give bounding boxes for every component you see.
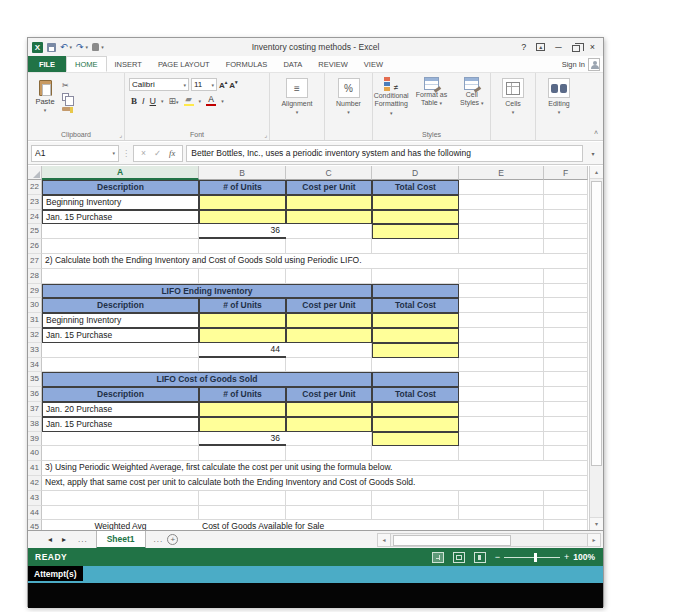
tab-page-layout[interactable]: PAGE LAYOUT <box>150 56 218 72</box>
cell-D38[interactable] <box>372 417 459 432</box>
row-header-22[interactable]: 22 <box>28 180 42 195</box>
cell-E38[interactable] <box>459 417 544 432</box>
tab-home[interactable]: HOME <box>66 56 107 72</box>
cell-B23[interactable] <box>199 195 286 210</box>
row-header-27[interactable]: 27 <box>28 254 42 269</box>
cell-A23[interactable]: Beginning Inventory <box>42 195 199 210</box>
underline-dropdown-icon[interactable]: ▾ <box>161 98 164 104</box>
cell-A30[interactable]: Description <box>42 298 199 313</box>
cell-A32[interactable]: Jan. 15 Purchase <box>42 328 199 343</box>
row-header-31[interactable]: 31 <box>28 313 42 328</box>
cells-button[interactable] <box>502 78 524 98</box>
borders-button[interactable]: ⊞▾ <box>169 96 179 106</box>
cell-E44[interactable] <box>459 506 544 521</box>
cancel-icon[interactable]: × <box>141 148 146 158</box>
cell-C22[interactable]: Cost per Unit <box>286 180 372 195</box>
cell-B28[interactable] <box>199 269 286 284</box>
cell-C36[interactable]: Cost per Unit <box>286 387 372 402</box>
cell-A45[interactable]: Weighted Avg <box>42 520 199 530</box>
cell-B36[interactable]: # of Units <box>199 387 286 402</box>
cell-C25[interactable] <box>286 224 372 239</box>
zoom-level[interactable]: 100% <box>573 552 595 562</box>
row-header-37[interactable]: 37 <box>28 402 42 417</box>
vertical-scroll-thumb[interactable] <box>591 181 602 466</box>
cell-C23[interactable] <box>286 195 372 210</box>
cell-A28[interactable] <box>42 269 199 284</box>
row-header-43[interactable]: 43 <box>28 491 42 506</box>
cell-A40[interactable] <box>42 446 199 461</box>
cell-F22[interactable] <box>544 180 588 195</box>
column-header-B[interactable]: B <box>199 166 286 180</box>
column-header-A[interactable]: A <box>42 166 199 180</box>
cell-C33[interactable] <box>286 343 372 358</box>
name-box-dropdown-icon[interactable]: ▾ <box>112 150 115 156</box>
cell-B43[interactable] <box>199 491 286 506</box>
cell-F25[interactable] <box>544 224 588 239</box>
vertical-scrollbar[interactable]: ▴ ▾ <box>589 166 603 530</box>
cell-E22[interactable] <box>459 180 544 195</box>
tab-data[interactable]: DATA <box>275 56 310 72</box>
cell-B38[interactable] <box>199 417 286 432</box>
row-header-29[interactable]: 29 <box>28 284 42 299</box>
page-break-view-icon[interactable] <box>474 552 486 563</box>
cell-D43[interactable] <box>372 491 459 506</box>
cell-A27[interactable]: 2) Calculate both the Ending Inventory a… <box>42 254 544 269</box>
cell-E35[interactable] <box>459 372 544 387</box>
cell-E43[interactable] <box>459 491 544 506</box>
zoom-out-icon[interactable]: − <box>495 552 500 562</box>
increase-font-size-button[interactable]: A▴ <box>219 79 227 90</box>
cell-A37[interactable]: Jan. 20 Purchase <box>42 402 199 417</box>
cell-C24[interactable] <box>286 210 372 225</box>
cell-D26[interactable] <box>372 239 459 254</box>
horizontal-scrollbar[interactable]: ◂ ▸ <box>377 531 603 548</box>
cell-E36[interactable] <box>459 387 544 402</box>
enter-icon[interactable]: ✓ <box>154 148 161 158</box>
row-header-28[interactable]: 28 <box>28 269 42 284</box>
scroll-right-icon[interactable]: ▸ <box>587 533 601 547</box>
row-header-32[interactable]: 32 <box>28 328 42 343</box>
row-header-39[interactable]: 39 <box>28 432 42 447</box>
sheet-ellipsis-left[interactable]: ... <box>78 535 88 544</box>
scroll-down-icon[interactable]: ▾ <box>590 517 603 530</box>
column-header-D[interactable]: D <box>372 166 459 180</box>
row-header-42[interactable]: 42 <box>28 476 42 491</box>
cell-B39[interactable]: 36 <box>199 432 286 447</box>
horizontal-scroll-thumb[interactable] <box>393 535 511 546</box>
row-header-34[interactable]: 34 <box>28 358 42 373</box>
cell-A26[interactable] <box>42 239 199 254</box>
cell-E28[interactable] <box>459 269 544 284</box>
cell-A31[interactable]: Beginning Inventory <box>42 313 199 328</box>
zoom-slider[interactable] <box>504 557 560 558</box>
row-header-35[interactable]: 35 <box>28 372 42 387</box>
scroll-up-icon[interactable]: ▴ <box>590 166 603 179</box>
cell-B26[interactable] <box>199 239 286 254</box>
cell-A24[interactable]: Jan. 15 Purchase <box>42 210 199 225</box>
column-header-F[interactable]: F <box>544 166 588 180</box>
cell-D25[interactable] <box>372 224 459 239</box>
cell-D34[interactable] <box>372 358 459 373</box>
cell-C44[interactable] <box>286 506 372 521</box>
cell-A34[interactable] <box>42 358 199 373</box>
cell-D40[interactable] <box>372 446 459 461</box>
decrease-font-size-button[interactable]: A▾ <box>229 79 237 90</box>
sheet-ellipsis-right[interactable]: ... <box>154 535 164 544</box>
cell-F40[interactable] <box>544 446 588 461</box>
row-header-33[interactable]: 33 <box>28 343 42 358</box>
underline-button[interactable]: U <box>150 96 157 106</box>
row-header-24[interactable]: 24 <box>28 210 42 225</box>
help-icon[interactable]: ? <box>521 42 526 52</box>
paste-dropdown-icon[interactable]: ▾ <box>44 107 47 113</box>
cell-E24[interactable] <box>459 210 544 225</box>
row-header-40[interactable]: 40 <box>28 446 42 461</box>
cell-A43[interactable] <box>42 491 199 506</box>
sign-in[interactable]: Sign In <box>562 56 603 72</box>
cell-A33[interactable] <box>42 343 199 358</box>
row-header-26[interactable]: 26 <box>28 239 42 254</box>
cell-D30[interactable]: Total Cost <box>372 298 459 313</box>
bold-button[interactable]: B <box>131 96 137 106</box>
cell-C37[interactable] <box>286 402 372 417</box>
cell-A35[interactable]: LIFO Cost of Goods Sold <box>42 372 372 387</box>
tab-insert[interactable]: INSERT <box>107 56 150 72</box>
tab-formulas[interactable]: FORMULAS <box>218 56 276 72</box>
cell-F24[interactable] <box>544 210 588 225</box>
